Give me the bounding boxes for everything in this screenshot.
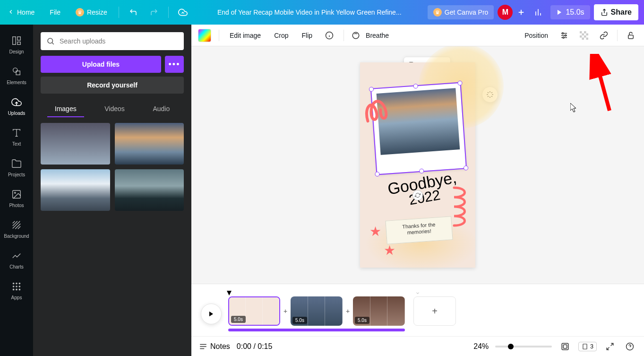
home-label: Home (17, 9, 34, 16)
selection-handle[interactable] (419, 168, 424, 174)
file-menu[interactable]: File (44, 6, 66, 19)
search-field[interactable] (60, 37, 178, 45)
timeline-clip[interactable]: 5.0s (291, 296, 343, 326)
page-indicator[interactable]: 3 (578, 342, 597, 351)
selection-handle[interactable] (375, 172, 380, 177)
svg-rect-62 (564, 345, 567, 348)
zoom-value: 24% (473, 342, 489, 351)
redo-button[interactable] (146, 4, 163, 21)
sidebar-item-text[interactable]: Text (0, 122, 33, 152)
share-button[interactable]: Share (594, 4, 638, 20)
more-icon: ••• (169, 60, 180, 69)
rotate-handle-icon[interactable] (412, 190, 423, 200)
folder-icon (11, 158, 22, 169)
tab-audio[interactable]: Audio (145, 101, 177, 117)
tab-videos[interactable]: Videos (97, 101, 132, 117)
uploads-grid (41, 123, 184, 211)
sidebar-item-elements[interactable]: Elements (0, 60, 33, 91)
undo-button[interactable] (125, 4, 142, 21)
get-pro-button[interactable]: ♛ Get Canva Pro (428, 5, 494, 19)
record-yourself-button[interactable]: Record yourself (41, 77, 184, 94)
transparency-icon[interactable] (577, 29, 591, 42)
polaroid-image-selected[interactable] (371, 83, 466, 174)
artboard[interactable]: Goodbye, 2022 Thanks for the memories! ★… (360, 62, 475, 268)
cloud-upload-icon (11, 96, 22, 108)
animate-button[interactable]: Breathe (352, 30, 392, 41)
divider (617, 30, 618, 41)
clip-duration-badge: 5.0s (292, 317, 307, 324)
upload-thumbnail[interactable] (115, 123, 184, 165)
add-between-icon[interactable]: + (282, 307, 289, 315)
svg-line-17 (13, 221, 15, 224)
effects-icon[interactable] (558, 29, 571, 42)
svg-marker-5 (558, 10, 561, 15)
home-button[interactable]: Home (6, 6, 40, 19)
upload-thumbnail[interactable] (41, 123, 110, 165)
sidebar-item-projects[interactable]: Projects (0, 152, 33, 183)
color-swatch-button[interactable] (198, 29, 211, 42)
crop-button[interactable]: Crop (271, 30, 291, 41)
star-decoration: ★ (384, 243, 395, 258)
notes-button[interactable]: Notes (199, 342, 230, 351)
hatch-icon (11, 219, 22, 231)
selection-handle[interactable] (369, 87, 374, 92)
upload-thumbnail[interactable] (41, 169, 110, 211)
position-button[interactable]: Position (522, 30, 551, 41)
svg-rect-43 (580, 31, 582, 34)
context-toolbar: Edit image Crop Flip Breathe Position (191, 25, 644, 46)
grid-view-icon[interactable] (558, 340, 572, 353)
sidebar-item-photos[interactable]: Photos (0, 183, 33, 214)
photo-placeholder (377, 88, 460, 155)
zoom-slider-thumb[interactable] (508, 344, 514, 349)
search-input[interactable] (41, 32, 184, 50)
play-button[interactable] (201, 304, 222, 324)
svg-rect-8 (17, 37, 20, 40)
lock-icon[interactable] (624, 29, 637, 42)
selection-handle[interactable] (413, 84, 418, 89)
svg-point-16 (14, 192, 16, 193)
timeline-clip[interactable]: 5.0s (228, 296, 280, 326)
add-between-icon[interactable]: + (344, 307, 351, 315)
fullscreen-icon[interactable] (603, 340, 617, 353)
canvas-viewport[interactable]: ••• (191, 46, 644, 284)
selection-handle[interactable] (464, 165, 469, 171)
play-preview-button[interactable]: 15.0s (550, 5, 590, 19)
help-icon[interactable] (623, 340, 636, 353)
cloud-sync-icon[interactable] (174, 4, 191, 21)
main-area: Design Elements Uploads Text Projects (0, 25, 644, 356)
upload-files-button[interactable]: Upload files (41, 56, 161, 73)
resize-button[interactable]: ♛ Resize (70, 5, 113, 19)
sidebar-item-design[interactable]: Design (0, 29, 33, 60)
sidebar-item-apps[interactable]: Apps (0, 275, 33, 306)
zoom-slider[interactable] (495, 346, 552, 347)
context-right: Position (522, 29, 637, 42)
svg-marker-56 (209, 312, 213, 317)
link-icon[interactable] (597, 29, 610, 42)
info-icon[interactable] (323, 29, 336, 42)
add-page-button[interactable]: + (413, 296, 456, 326)
svg-line-32 (52, 43, 53, 44)
svg-rect-50 (586, 37, 589, 40)
upload-more-button[interactable]: ••• (165, 56, 184, 73)
status-bar: Notes 0:00 / 0:15 24% 3 (191, 336, 644, 356)
svg-point-22 (13, 283, 15, 285)
tab-images[interactable]: Images (47, 101, 84, 117)
flip-button[interactable]: Flip (299, 30, 316, 41)
sidebar-item-charts[interactable]: Charts (0, 244, 33, 275)
thanks-note[interactable]: Thanks for the memories! (385, 216, 453, 244)
upload-thumbnail[interactable] (115, 169, 184, 211)
edit-image-button[interactable]: Edit image (227, 30, 264, 41)
audio-track[interactable] (228, 329, 405, 331)
sidebar-item-background[interactable]: Background (0, 214, 33, 244)
playhead-icon[interactable] (227, 291, 232, 295)
document-title[interactable]: End of Year Recap Mobile Video in Pink Y… (191, 9, 428, 16)
svg-point-24 (19, 283, 21, 285)
add-member-icon[interactable] (516, 8, 526, 17)
timeline-collapse-icon[interactable] (201, 289, 635, 296)
avatar[interactable]: M (498, 5, 513, 20)
timeline-clip[interactable]: 5.0s (353, 296, 405, 326)
chevron-left-icon (8, 9, 14, 17)
insights-icon[interactable] (530, 4, 547, 21)
svg-rect-46 (586, 33, 589, 35)
sidebar-item-uploads[interactable]: Uploads (0, 91, 33, 122)
